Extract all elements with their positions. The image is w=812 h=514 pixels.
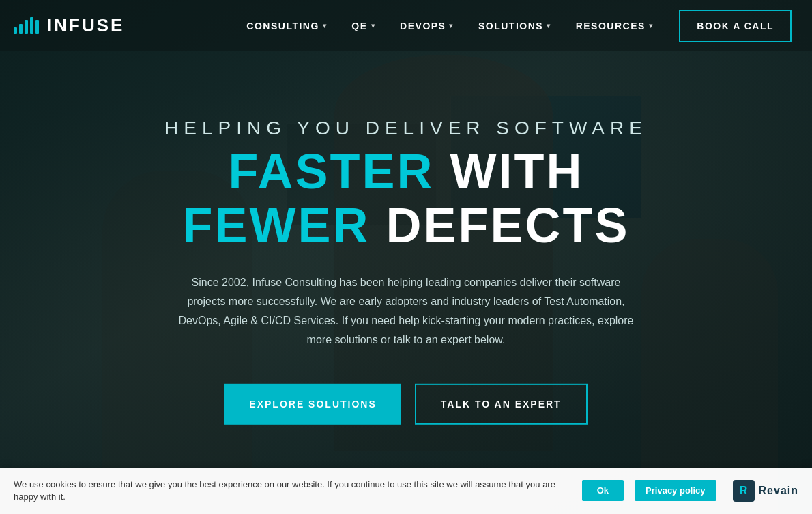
- nav-item-resources[interactable]: RESOURCES ▾: [564, 14, 666, 38]
- hero-description: Since 2002, Infuse Consulting has been h…: [174, 273, 638, 349]
- hero-title-defects: DEFECTS: [386, 198, 629, 253]
- logo-bar-4: [30, 17, 33, 34]
- hero-section: INFUSE CONSULTING ▾ QE ▾ DEVOPS ▾ SOLUTI…: [0, 0, 812, 514]
- cookie-text: We use cookies to ensure that we give yo…: [14, 479, 571, 503]
- nav-devops-label: DEVOPS: [400, 20, 446, 31]
- cookie-ok-button[interactable]: Ok: [582, 480, 624, 501]
- talk-to-expert-button[interactable]: TALK TO AN EXPERT: [415, 384, 588, 425]
- chevron-down-icon: ▾: [323, 22, 328, 29]
- logo-bars-icon: [14, 17, 39, 34]
- nav-qe-label: QE: [351, 20, 367, 31]
- chevron-down-icon: ▾: [371, 22, 376, 29]
- cookie-banner: We use cookies to ensure that we give yo…: [0, 468, 812, 514]
- hero-content: HELPING YOU DELIVER SOFTWARE FASTER WITH…: [133, 117, 679, 424]
- navbar: INFUSE CONSULTING ▾ QE ▾ DEVOPS ▾ SOLUTI…: [0, 0, 812, 51]
- nav-solutions-label: SOLUTIONS: [478, 20, 543, 31]
- logo-bar-3: [25, 20, 28, 34]
- logo-bar-5: [35, 20, 39, 34]
- hero-buttons: EXPLORE SOLUTIONS TALK TO AN EXPERT: [133, 384, 679, 425]
- hero-subtitle: HELPING YOU DELIVER SOFTWARE: [133, 117, 679, 139]
- nav-item-devops[interactable]: DEVOPS ▾: [388, 14, 466, 38]
- book-call-button[interactable]: BOOK A CALL: [679, 10, 792, 42]
- nav-item-qe[interactable]: QE ▾: [339, 14, 388, 38]
- chevron-down-icon: ▾: [547, 22, 551, 29]
- revain-text: Revain: [759, 485, 798, 497]
- hero-title-with: WITH: [450, 143, 584, 198]
- explore-solutions-button[interactable]: EXPLORE SOLUTIONS: [224, 384, 401, 425]
- revain-icon: R: [733, 480, 755, 502]
- logo-text: INFUSE: [47, 15, 124, 36]
- hero-title-fewer: FEWER: [182, 198, 370, 253]
- privacy-policy-button[interactable]: Privacy policy: [635, 480, 716, 501]
- logo[interactable]: INFUSE: [14, 15, 124, 36]
- nav-links: CONSULTING ▾ QE ▾ DEVOPS ▾ SOLUTIONS ▾ R…: [234, 10, 792, 42]
- nav-item-consulting[interactable]: CONSULTING ▾: [234, 14, 339, 38]
- hero-title: FASTER WITH FEWER DEFECTS: [133, 144, 679, 252]
- nav-resources-label: RESOURCES: [576, 20, 646, 31]
- revain-badge: R Revain: [733, 480, 798, 502]
- nav-item-solutions[interactable]: SOLUTIONS ▾: [466, 14, 564, 38]
- chevron-down-icon: ▾: [449, 22, 454, 29]
- chevron-down-icon: ▾: [649, 22, 654, 29]
- logo-bar-1: [14, 27, 17, 34]
- nav-consulting-label: CONSULTING: [246, 20, 319, 31]
- logo-bar-2: [19, 24, 23, 34]
- hero-title-faster: FASTER: [229, 143, 435, 198]
